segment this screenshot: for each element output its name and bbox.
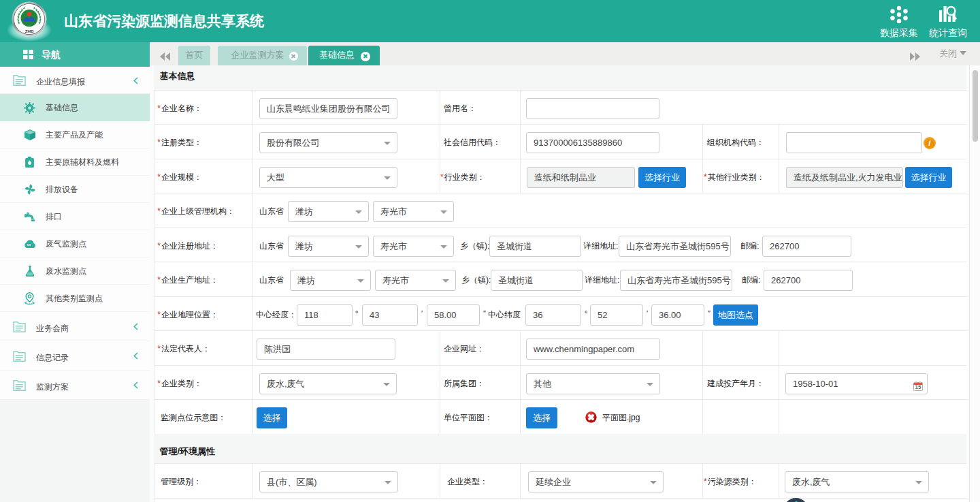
svg-text:15: 15 — [915, 384, 921, 390]
svg-text:co: co — [27, 242, 31, 247]
svg-text:ZHB: ZHB — [25, 29, 34, 33]
